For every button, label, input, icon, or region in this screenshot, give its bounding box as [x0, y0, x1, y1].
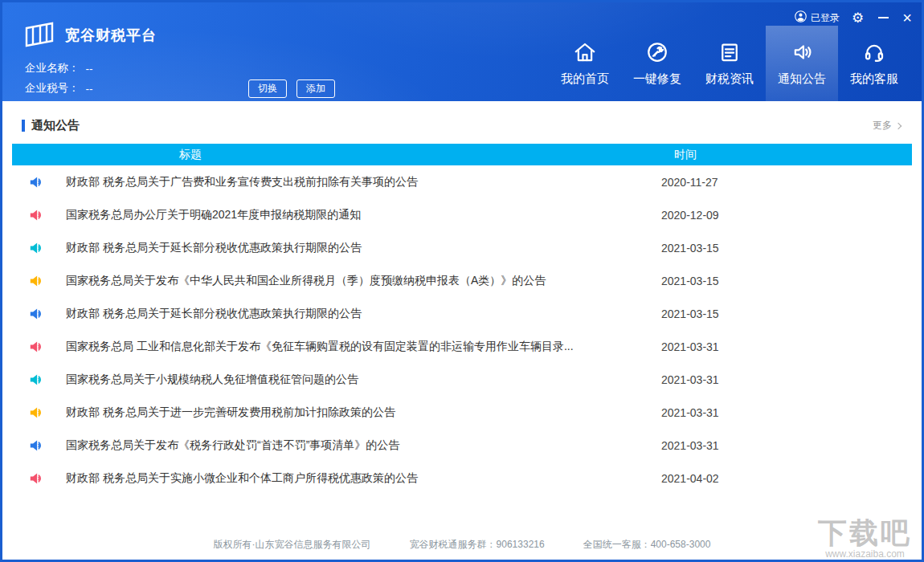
nav-label: 财税资讯: [705, 71, 754, 87]
section-title: 通知公告: [31, 118, 80, 133]
table-row[interactable]: 国家税务总局 工业和信息化部关于发布《免征车辆购置税的设有固定装置的非运输专用作…: [12, 330, 912, 363]
chevron-right-icon: [895, 123, 902, 129]
add-button[interactable]: 添加: [296, 79, 335, 98]
row-date: 2021-03-31: [661, 373, 719, 386]
titlebar: 已登录 ⚙ ×: [795, 10, 912, 25]
news-icon: [718, 40, 742, 64]
nav-label: 一键修复: [633, 71, 681, 87]
table-row[interactable]: 财政部 税务总局关于实施小微企业和个体工商户所得税优惠政策的公告 2021-04…: [12, 462, 912, 495]
service-group-text: 宽谷财税通服务群：906133216: [410, 538, 545, 552]
row-title[interactable]: 财政部 税务总局关于进一步完善研发费用税前加计扣除政策的公告: [66, 405, 395, 420]
column-header-title: 标题: [179, 144, 202, 165]
table-row[interactable]: 国家税务总局关于发布《中华人民共和国企业所得税月（季）度预缴纳税申报表（A类）》…: [12, 264, 912, 297]
row-date: 2021-03-15: [661, 275, 719, 287]
header: 已登录 ⚙ × 宽谷财税平台 企业名称： -- 企业税号： --: [2, 2, 922, 101]
tax-no-value: --: [86, 83, 93, 95]
row-title[interactable]: 国家税务总局关于发布《税务行政处罚“首违不罚”事项清单》的公告: [66, 438, 399, 453]
row-title[interactable]: 财政部 税务总局关于广告费和业务宣传费支出税前扣除有关事项的公告: [66, 175, 418, 189]
volume-icon: [29, 307, 43, 321]
nav-item-home[interactable]: 我的首页: [549, 26, 621, 101]
table-row[interactable]: 财政部 税务总局关于延长部分税收优惠政策执行期限的公告 2021-03-15: [12, 297, 912, 330]
app-window: 已登录 ⚙ × 宽谷财税平台 企业名称： -- 企业税号： --: [0, 0, 924, 562]
announcements-table: 标题 时间 财政部 税务总局关于广告费和业务宣传费支出税前扣除有关事项的公告 2…: [12, 144, 912, 495]
row-date: 2021-03-31: [661, 340, 719, 353]
minimize-icon: [878, 17, 889, 18]
row-title[interactable]: 国家税务总局关于发布《中华人民共和国企业所得税月（季）度预缴纳税申报表（A类）》…: [66, 274, 546, 288]
tax-no-label: 企业税号：: [25, 81, 80, 96]
repair-icon: [645, 40, 669, 64]
column-header-time: 时间: [674, 144, 697, 165]
nav-label: 我的客服: [850, 71, 898, 87]
table-body: 财政部 税务总局关于广告费和业务宣传费支出税前扣除有关事项的公告 2020-11…: [12, 165, 912, 495]
volume-icon: [29, 438, 43, 453]
headset-icon: [862, 40, 886, 64]
login-status[interactable]: 已登录: [795, 10, 840, 25]
main-nav: 我的首页 一键修复: [549, 26, 910, 101]
announcement-icon: [790, 40, 814, 64]
nav-item-support[interactable]: 我的客服: [838, 26, 910, 101]
table-header: 标题 时间: [12, 144, 912, 165]
row-title[interactable]: 国家税务总局关于小规模纳税人免征增值税征管问题的公告: [66, 373, 358, 387]
header-buttons: 切换 添加: [248, 79, 335, 98]
volume-icon: [29, 373, 43, 387]
brand: 宽谷财税平台: [22, 20, 157, 51]
section-marker: [22, 120, 25, 132]
nav-item-repair[interactable]: 一键修复: [621, 26, 693, 101]
login-status-label: 已登录: [811, 11, 840, 25]
home-icon: [573, 40, 597, 64]
table-row[interactable]: 财政部 税务总局关于广告费和业务宣传费支出税前扣除有关事项的公告 2020-11…: [12, 165, 912, 198]
volume-icon: [29, 405, 43, 420]
copyright-text: 版权所有·山东宽谷信息服务有限公司: [214, 538, 371, 552]
company-name-label: 企业名称：: [25, 61, 80, 75]
volume-icon: [29, 274, 43, 288]
volume-icon: [29, 340, 43, 354]
row-date: 2020-12-09: [661, 209, 719, 222]
row-date: 2021-03-15: [661, 242, 719, 255]
nav-item-announcements[interactable]: 通知公告: [766, 26, 838, 101]
nav-label: 我的首页: [561, 71, 609, 87]
footer: 版权所有·山东宽谷信息服务有限公司 宽谷财税通服务群：906133216 全国统…: [2, 538, 922, 552]
table-row[interactable]: 财政部 税务总局关于进一步完善研发费用税前加计扣除政策的公告 2021-03-3…: [12, 396, 912, 429]
more-label: 更多: [873, 119, 892, 132]
table-row[interactable]: 国家税务总局关于小规模纳税人免征增值税征管问题的公告 2021-03-31: [12, 363, 912, 396]
switch-button[interactable]: 切换: [248, 79, 287, 98]
row-title[interactable]: 财政部 税务总局关于延长部分税收优惠政策执行期限的公告: [66, 307, 362, 321]
table-row[interactable]: 财政部 税务总局关于延长部分税收优惠政策执行期限的公告 2021-03-15: [12, 231, 912, 264]
row-title[interactable]: 财政部 税务总局关于实施小微企业和个体工商户所得税优惠政策的公告: [66, 471, 418, 486]
minimize-button[interactable]: [876, 10, 890, 25]
row-title[interactable]: 国家税务总局办公厅关于明确2021年度申报纳税期限的通知: [66, 208, 361, 222]
gear-icon[interactable]: ⚙: [852, 11, 864, 25]
row-title[interactable]: 国家税务总局 工业和信息化部关于发布《免征车辆购置税的设有固定装置的非运输专用作…: [66, 340, 574, 354]
app-title: 宽谷财税平台: [65, 26, 157, 45]
volume-icon: [29, 471, 43, 486]
row-date: 2021-04-02: [661, 472, 719, 485]
volume-icon: [29, 175, 43, 189]
row-date: 2020-11-27: [661, 176, 718, 189]
avatar-icon: [795, 10, 807, 25]
app-logo-icon: [22, 20, 57, 51]
hotline-text: 全国统一客服：400-658-3000: [583, 538, 711, 552]
row-date: 2021-03-31: [661, 439, 719, 452]
table-row[interactable]: 国家税务总局关于发布《税务行政处罚“首违不罚”事项清单》的公告 2021-03-…: [12, 429, 912, 462]
nav-label: 通知公告: [778, 71, 826, 87]
nav-item-news[interactable]: 财税资讯: [693, 26, 766, 101]
section-head: 通知公告 更多: [2, 101, 922, 142]
company-name-row: 企业名称： --: [25, 61, 93, 75]
close-button[interactable]: ×: [902, 10, 912, 25]
row-title[interactable]: 财政部 税务总局关于延长部分税收优惠政策执行期限的公告: [66, 241, 362, 255]
tax-no-row: 企业税号： --: [25, 81, 93, 96]
more-link[interactable]: 更多: [873, 119, 901, 132]
row-date: 2021-03-15: [661, 307, 719, 320]
company-name-value: --: [86, 63, 93, 75]
table-row[interactable]: 国家税务总局办公厅关于明确2021年度申报纳税期限的通知 2020-12-09: [12, 198, 912, 231]
section-title-wrap: 通知公告: [22, 118, 80, 133]
volume-icon: [29, 208, 43, 222]
volume-icon: [29, 241, 43, 255]
row-date: 2021-03-31: [661, 406, 719, 419]
